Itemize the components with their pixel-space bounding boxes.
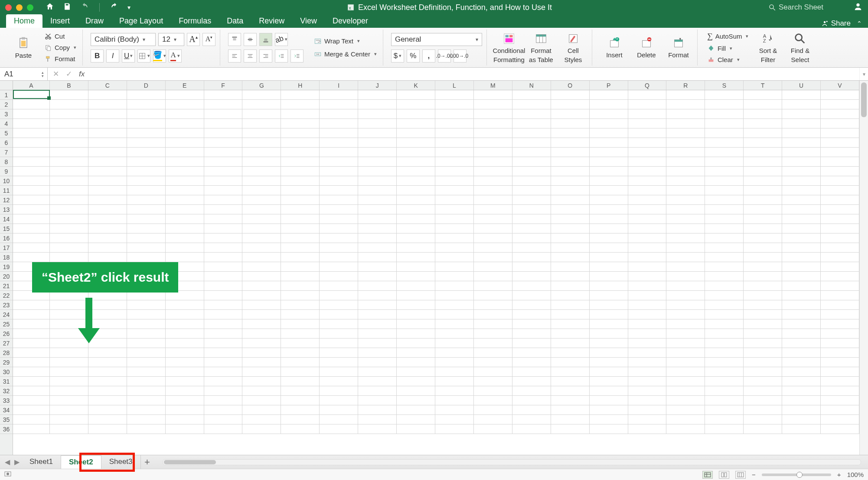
cell[interactable]: [590, 348, 628, 358]
cell[interactable]: [551, 148, 590, 157]
ribbon-tab-formulas[interactable]: Formulas: [171, 14, 219, 28]
cell[interactable]: [281, 377, 320, 386]
cell[interactable]: [782, 214, 821, 224]
cell[interactable]: [821, 205, 859, 214]
cell[interactable]: [320, 377, 358, 386]
cell[interactable]: [397, 310, 435, 319]
paste-button[interactable]: Paste: [8, 36, 39, 59]
cell[interactable]: [242, 167, 281, 176]
cell[interactable]: [397, 119, 435, 128]
close-window-icon[interactable]: [5, 4, 12, 11]
cell[interactable]: [474, 415, 512, 424]
cell[interactable]: [744, 319, 782, 329]
cell[interactable]: [551, 405, 590, 415]
increase-font-button[interactable]: A▴: [187, 33, 200, 46]
cell[interactable]: [358, 214, 397, 224]
cell[interactable]: [204, 176, 243, 186]
cell[interactable]: [13, 243, 50, 253]
macro-record-icon[interactable]: [4, 470, 13, 479]
cell[interactable]: [666, 358, 705, 367]
ribbon-tab-developer[interactable]: Developer: [325, 14, 376, 28]
zoom-out-button[interactable]: −: [752, 471, 756, 478]
cell[interactable]: [13, 138, 50, 148]
cell[interactable]: [88, 109, 127, 119]
cell[interactable]: [242, 90, 281, 100]
cell[interactable]: [320, 339, 358, 348]
cell[interactable]: [512, 243, 551, 253]
cell[interactable]: [628, 386, 667, 396]
cell[interactable]: [705, 100, 744, 109]
cell[interactable]: [397, 319, 435, 329]
cell[interactable]: [512, 100, 551, 109]
clear-button[interactable]: Clear▾: [705, 55, 751, 64]
cell[interactable]: [666, 300, 705, 310]
row-header[interactable]: 10: [0, 176, 13, 186]
cell[interactable]: [551, 128, 590, 138]
cell[interactable]: [281, 195, 320, 205]
add-sheet-button[interactable]: +: [141, 457, 154, 468]
cell[interactable]: [821, 386, 859, 396]
cell[interactable]: [166, 319, 204, 329]
cell[interactable]: [166, 310, 204, 319]
format-cells-button[interactable]: Format: [664, 36, 693, 59]
cell[interactable]: [782, 415, 821, 424]
cell[interactable]: [628, 319, 667, 329]
cell[interactable]: [204, 377, 243, 386]
cell[interactable]: [397, 358, 435, 367]
cell[interactable]: [204, 300, 243, 310]
cell[interactable]: [782, 243, 821, 253]
cell[interactable]: [821, 100, 859, 109]
cell[interactable]: [474, 205, 512, 214]
cell[interactable]: [666, 339, 705, 348]
cell[interactable]: [88, 167, 127, 176]
cell[interactable]: [782, 319, 821, 329]
cell[interactable]: [281, 281, 320, 291]
cell[interactable]: [551, 157, 590, 167]
cell[interactable]: [590, 157, 628, 167]
cell[interactable]: [744, 358, 782, 367]
cell[interactable]: [551, 348, 590, 358]
cell[interactable]: [242, 186, 281, 195]
cell[interactable]: [358, 281, 397, 291]
cell[interactable]: [204, 262, 243, 272]
font-color-button[interactable]: A▾: [169, 49, 182, 62]
cell[interactable]: [13, 319, 50, 329]
cell[interactable]: [13, 367, 50, 377]
cell[interactable]: [512, 272, 551, 281]
cell[interactable]: [744, 148, 782, 157]
cell[interactable]: [435, 319, 474, 329]
cell[interactable]: [397, 128, 435, 138]
cell[interactable]: [204, 424, 243, 434]
cell[interactable]: [50, 148, 88, 157]
cell[interactable]: [512, 138, 551, 148]
ribbon-tab-view[interactable]: View: [292, 14, 325, 28]
cell[interactable]: [628, 176, 667, 186]
cell[interactable]: [281, 233, 320, 243]
cell[interactable]: [474, 109, 512, 119]
cell[interactable]: [590, 100, 628, 109]
cell[interactable]: [281, 253, 320, 262]
cell[interactable]: [281, 243, 320, 253]
cell[interactable]: [590, 119, 628, 128]
cell[interactable]: [628, 128, 667, 138]
cell[interactable]: [474, 186, 512, 195]
cell[interactable]: [204, 291, 243, 300]
cell[interactable]: [13, 176, 50, 186]
column-header[interactable]: L: [435, 81, 474, 90]
cell[interactable]: [281, 348, 320, 358]
cell[interactable]: [821, 119, 859, 128]
cell[interactable]: [705, 233, 744, 243]
cell[interactable]: [127, 186, 166, 195]
cell[interactable]: [551, 415, 590, 424]
cell[interactable]: [358, 415, 397, 424]
cell[interactable]: [242, 377, 281, 386]
cell[interactable]: [782, 396, 821, 405]
cell[interactable]: [590, 339, 628, 348]
cell[interactable]: [821, 243, 859, 253]
cell[interactable]: [590, 291, 628, 300]
cell[interactable]: [204, 348, 243, 358]
cell[interactable]: [474, 128, 512, 138]
cell[interactable]: [50, 348, 88, 358]
cell[interactable]: [127, 205, 166, 214]
cell[interactable]: [435, 262, 474, 272]
